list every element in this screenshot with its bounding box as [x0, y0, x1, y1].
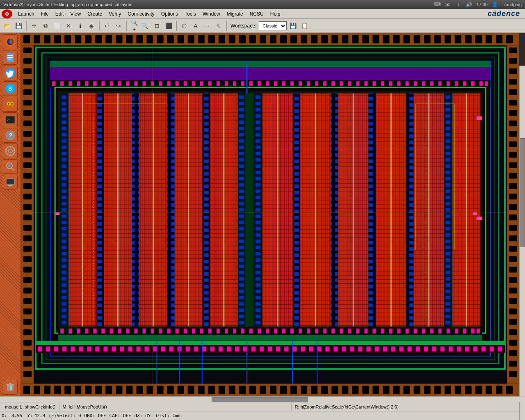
- svg-rect-60: [208, 35, 215, 43]
- zoom-in-button[interactable]: 🔍+: [129, 21, 139, 31]
- svg-rect-515: [58, 335, 482, 340]
- svg-rect-537: [194, 347, 198, 352]
- ruler-button[interactable]: ↔: [202, 21, 212, 31]
- sidebar-btn-help[interactable]: ?: [3, 128, 18, 143]
- svg-rect-451: [445, 271, 450, 274]
- svg-rect-68: [290, 35, 297, 43]
- svg-rect-392: [256, 227, 260, 231]
- stretch-button[interactable]: ⬜: [52, 21, 62, 31]
- props-button[interactable]: ℹ: [75, 21, 85, 31]
- svg-rect-119: [311, 386, 317, 394]
- svg-rect-180: [509, 121, 517, 126]
- sidebar-btn-trash[interactable]: [3, 380, 18, 395]
- menu-create[interactable]: Create: [84, 10, 105, 18]
- workspace-load[interactable]: 📋: [299, 21, 310, 31]
- svg-rect-472: [134, 329, 137, 333]
- svg-rect-304: [62, 308, 66, 312]
- svg-rect-552: [317, 347, 321, 352]
- workspace-save[interactable]: 💾: [288, 21, 298, 31]
- select-button[interactable]: ↖: [213, 21, 224, 31]
- svg-rect-134: [465, 386, 472, 394]
- sidebar-btn-firefox[interactable]: [3, 34, 18, 49]
- menu-options[interactable]: Options: [158, 10, 181, 18]
- svg-rect-66: [270, 35, 276, 43]
- svg-rect-478: [184, 329, 187, 333]
- open-button[interactable]: 📂: [2, 21, 12, 31]
- menu-connectivity[interactable]: Connectivity: [124, 10, 158, 18]
- svg-rect-324: [167, 94, 175, 326]
- sidebar-btn-skype[interactable]: S: [3, 81, 18, 96]
- vertical-scrollbar-thumb[interactable]: [520, 138, 525, 247]
- svg-rect-232: [208, 81, 212, 86]
- canvas-area[interactable]: [21, 33, 519, 396]
- menu-window[interactable]: Window: [199, 10, 224, 18]
- menu-verify[interactable]: Verify: [105, 10, 124, 18]
- mouse-status-text: mouse L: showClickInfo(): [5, 404, 56, 409]
- copy-button[interactable]: ⧉: [40, 21, 51, 31]
- svg-rect-491: [290, 329, 294, 333]
- vertical-scrollbar[interactable]: [519, 66, 525, 420]
- svg-rect-210: [50, 61, 491, 67]
- zoom-out-button[interactable]: 🔍-: [140, 21, 151, 31]
- svg-rect-163: [23, 288, 32, 293]
- sidebar-btn-twitter[interactable]: [3, 66, 18, 80]
- sidebar-btn-search[interactable]: [3, 159, 18, 174]
- svg-rect-430: [445, 139, 450, 143]
- menu-migrate[interactable]: Migrate: [224, 10, 247, 18]
- move-button[interactable]: ✛: [29, 21, 39, 31]
- svg-rect-166: [23, 319, 32, 325]
- svg-rect-296: [62, 258, 66, 262]
- svg-rect-292: [62, 233, 66, 237]
- menu-tools[interactable]: Tools: [181, 10, 199, 18]
- svg-rect-59: [198, 35, 205, 43]
- workspace-select[interactable]: Classic Custom: [259, 21, 287, 30]
- undo-button[interactable]: ↩: [102, 21, 112, 31]
- zoom-box-button[interactable]: ⬛: [163, 21, 174, 31]
- svg-rect-495: [323, 329, 326, 333]
- horizontal-scrollbar[interactable]: [43, 397, 525, 402]
- sidebar-btn-config[interactable]: [3, 144, 18, 158]
- save-button[interactable]: 💾: [13, 21, 24, 31]
- svg-rect-103: [147, 386, 153, 394]
- redo-button[interactable]: ↪: [113, 21, 124, 31]
- svg-rect-549: [292, 347, 297, 352]
- svg-rect-568: [449, 347, 453, 352]
- svg-rect-153: [23, 183, 32, 189]
- delete-button[interactable]: ✕: [63, 21, 74, 31]
- svg-rect-54: [147, 35, 153, 43]
- zoom-fit-button[interactable]: ⊡: [152, 21, 162, 31]
- svg-rect-382: [256, 164, 260, 168]
- svg-rect-464: [68, 329, 72, 333]
- svg-rect-492: [299, 329, 302, 333]
- sidebar-btn-screen[interactable]: [3, 175, 18, 189]
- svg-rect-305: [62, 315, 66, 318]
- add-text-button[interactable]: A: [190, 21, 201, 31]
- svg-rect-429: [445, 133, 450, 136]
- menu-file[interactable]: File: [37, 10, 52, 18]
- svg-rect-98: [95, 386, 102, 394]
- sidebar-btn-owl[interactable]: [3, 97, 18, 112]
- svg-rect-248: [340, 81, 343, 86]
- svg-rect-487: [258, 329, 261, 333]
- menu-edit[interactable]: Edit: [52, 10, 67, 18]
- horizontal-scrollbar-thumb[interactable]: [212, 397, 308, 402]
- menu-launch[interactable]: Launch: [15, 10, 37, 18]
- svg-rect-96: [75, 386, 81, 394]
- svg-rect-473: [142, 329, 146, 333]
- svg-rect-220: [110, 81, 113, 86]
- hilight-button[interactable]: ◈: [86, 21, 97, 31]
- svg-rect-499: [356, 329, 359, 333]
- os-logo[interactable]: [2, 9, 12, 18]
- svg-rect-403: [256, 296, 260, 299]
- menu-ncsu[interactable]: NCSU: [247, 10, 267, 18]
- svg-rect-236: [241, 81, 244, 86]
- sidebar-btn-doc[interactable]: [3, 50, 18, 65]
- sidebar-btn-terminal[interactable]: >_: [3, 112, 18, 127]
- svg-rect-419: [406, 94, 414, 326]
- svg-rect-192: [509, 246, 517, 251]
- add-wire-button[interactable]: ⬡: [179, 21, 189, 31]
- svg-rect-35: [7, 384, 14, 386]
- svg-rect-404: [256, 302, 260, 306]
- menu-view[interactable]: View: [67, 10, 84, 18]
- menu-help[interactable]: Help: [267, 10, 284, 18]
